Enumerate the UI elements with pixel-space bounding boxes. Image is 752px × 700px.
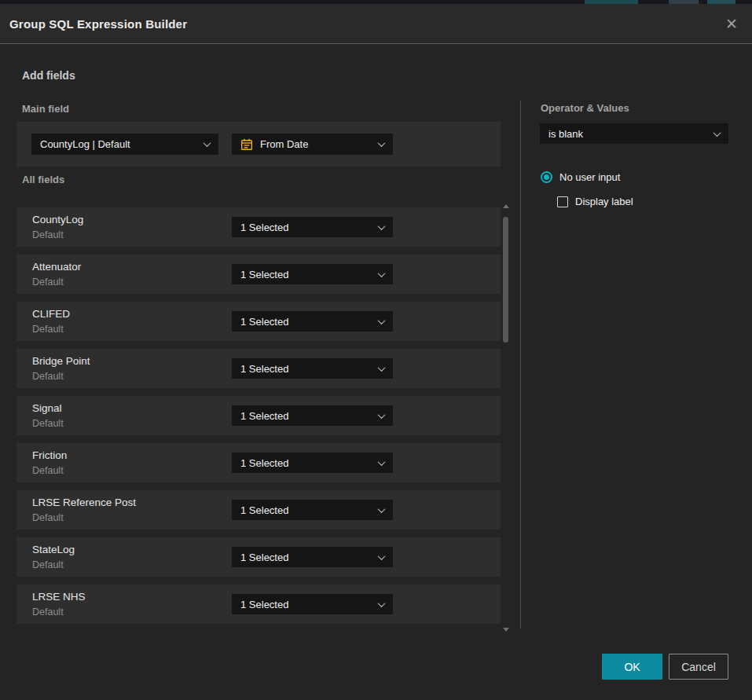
field-selection-select[interactable]: 1 Selected [232, 547, 393, 567]
field-selection-select[interactable]: 1 Selected [232, 405, 393, 426]
chevron-down-icon [378, 599, 386, 607]
operator-values-label: Operator & Values [541, 102, 629, 114]
field-selection-value: 1 Selected [240, 457, 379, 469]
main-field-field-value: From Date [260, 138, 379, 150]
radio-dot [544, 174, 549, 180]
field-sublabel: Default [32, 512, 64, 523]
field-selection-value: 1 Selected [240, 269, 379, 280]
chevron-down-icon [378, 505, 386, 513]
field-selection-value: 1 Selected [240, 316, 379, 328]
field-sublabel: Default [32, 324, 64, 335]
field-sublabel: Default [32, 465, 64, 476]
field-selection-value: 1 Selected [240, 504, 379, 516]
field-selection-value: 1 Selected [240, 410, 379, 422]
field-sublabel: Default [32, 559, 64, 570]
field-sublabel: Default [32, 607, 64, 618]
display-label-checkbox-row[interactable]: Display label [557, 196, 633, 207]
chevron-down-icon [378, 222, 386, 230]
field-sublabel: Default [32, 418, 64, 429]
dialog-title: Group SQL Expression Builder [9, 17, 187, 31]
screen: Group SQL Expression Builder ✕ Add field… [0, 0, 752, 700]
chevron-down-icon [204, 139, 211, 147]
add-fields-heading: Add fields [22, 69, 75, 82]
field-sublabel: Default [32, 277, 64, 288]
chevron-down-icon [378, 411, 386, 419]
field-row: StateLog Default 1 Selected [17, 537, 501, 577]
calendar-icon [240, 138, 253, 151]
field-name: LRSE Reference Post [32, 497, 136, 508]
field-selection-select[interactable]: 1 Selected [232, 594, 393, 614]
field-selection-select[interactable]: 1 Selected [232, 453, 393, 473]
dialog-header: Group SQL Expression Builder ✕ [0, 4, 752, 44]
field-row: LRSE Reference Post Default 1 Selected [17, 490, 501, 530]
main-field-panel: CountyLog | Default [17, 122, 501, 167]
chevron-down-icon [378, 458, 386, 466]
operator-select-value: is blank [548, 128, 714, 140]
field-selection-value: 1 Selected [240, 363, 379, 375]
field-sublabel: Default [32, 371, 64, 382]
chevron-down-icon [378, 269, 386, 277]
cancel-button[interactable]: Cancel [669, 654, 728, 680]
group-sql-expression-builder-dialog: Group SQL Expression Builder ✕ Add field… [0, 4, 752, 700]
field-sublabel: Default [32, 229, 64, 240]
field-row: LRSE NHS Default 1 Selected [17, 585, 501, 624]
field-name: CountyLog [32, 214, 83, 225]
field-selection-select[interactable]: 1 Selected [232, 500, 393, 520]
all-fields-list: CountyLog Default 1 Selected Attenuator … [17, 207, 501, 634]
field-selection-select[interactable]: 1 Selected [232, 264, 393, 284]
field-row: Attenuator Default 1 Selected [17, 255, 501, 294]
fields-list-scrollbar[interactable] [502, 203, 509, 633]
ok-button[interactable]: OK [602, 654, 662, 680]
field-selection-value: 1 Selected [240, 222, 379, 233]
chevron-down-icon [713, 129, 721, 137]
chevron-down-icon [378, 364, 386, 372]
scrollbar-up-arrow-icon[interactable] [503, 204, 509, 208]
field-row: Bridge Point Default 1 Selected [17, 349, 501, 388]
field-name: Attenuator [32, 261, 81, 273]
checkbox-unchecked-icon[interactable] [557, 196, 568, 207]
scrollbar-down-arrow-icon[interactable] [503, 628, 509, 632]
field-selection-value: 1 Selected [240, 599, 379, 610]
main-field-source-select[interactable]: CountyLog | Default [31, 134, 218, 155]
field-name: Signal [32, 402, 62, 414]
chevron-down-icon [378, 552, 386, 560]
main-field-label: Main field [22, 103, 69, 115]
field-name: Friction [32, 449, 67, 461]
field-selection-value: 1 Selected [240, 552, 379, 563]
field-name: CLIFED [32, 308, 70, 320]
main-field-field-select[interactable]: From Date [232, 134, 393, 155]
field-row: Signal Default 1 Selected [17, 396, 501, 435]
field-selection-select[interactable]: 1 Selected [232, 311, 393, 332]
field-selection-select[interactable]: 1 Selected [232, 217, 393, 237]
radio-selected-icon[interactable] [541, 171, 552, 183]
scrollbar-thumb[interactable] [503, 217, 508, 343]
chevron-down-icon [378, 139, 386, 147]
field-name: LRSE NHS [32, 591, 86, 603]
close-icon[interactable]: ✕ [725, 16, 738, 31]
display-label-label: Display label [575, 196, 633, 207]
field-selection-select[interactable]: 1 Selected [232, 358, 393, 379]
no-user-input-radio-row[interactable]: No user input [541, 171, 620, 183]
field-name: StateLog [32, 544, 75, 555]
field-row: Friction Default 1 Selected [17, 443, 501, 482]
all-fields-label: All fields [22, 174, 64, 185]
no-user-input-label: No user input [559, 171, 620, 183]
operator-select[interactable]: is blank [540, 123, 728, 144]
panel-divider [520, 101, 521, 629]
field-row: CountyLog Default 1 Selected [17, 207, 501, 247]
chevron-down-icon [378, 317, 386, 324]
field-name: Bridge Point [32, 355, 90, 367]
field-row: CLIFED Default 1 Selected [17, 302, 501, 341]
main-field-source-value: CountyLog | Default [40, 138, 204, 150]
